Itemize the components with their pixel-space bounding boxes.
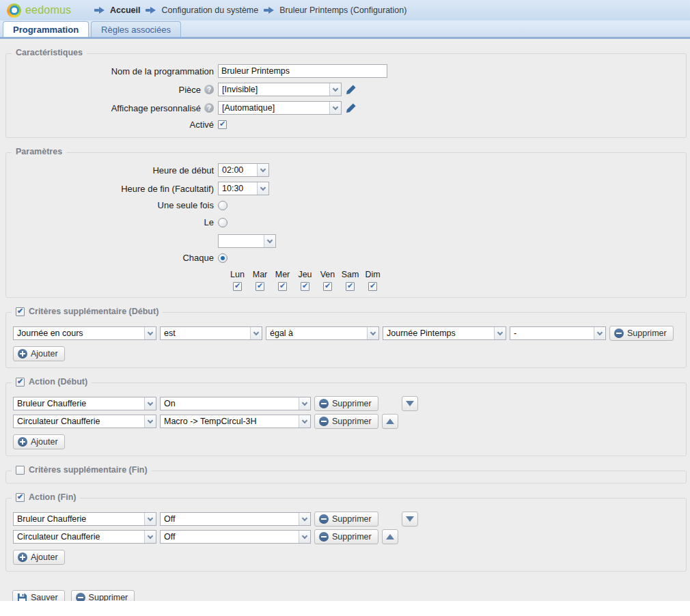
day-checkbox-mar[interactable] [256, 282, 264, 291]
enabled-checkbox[interactable] [218, 120, 227, 129]
delete-button-label: Supprimer [89, 593, 128, 601]
action-device-select[interactable]: Bruleur Chaufferie [13, 397, 156, 410]
chevron-down-icon [264, 235, 275, 247]
display-select-value: [Automatique] [222, 103, 275, 113]
help-icon[interactable]: ? [204, 103, 214, 113]
day-col: Mar [249, 270, 271, 291]
minus-circle-icon [319, 399, 329, 408]
once-label: Une seule fois [13, 200, 218, 210]
eedomus-logo[interactable]: eedomus [7, 3, 94, 18]
criteres-fin-checkbox[interactable] [16, 466, 25, 475]
day-col: Jeu [294, 270, 316, 291]
action-value-value: On [164, 399, 176, 408]
action-device-value: Circulateur Chaufferie [17, 417, 100, 426]
display-select[interactable]: [Automatique] [218, 101, 342, 115]
name-label: Nom de la programmation [13, 66, 218, 76]
day-checkbox-lun[interactable] [233, 282, 242, 291]
weekday-selector: Lun Mar Mer Jeu Ven [226, 270, 679, 291]
tab-programmation[interactable]: Programmation [3, 21, 89, 37]
section-action-debut-legend: Action (Début) [12, 377, 92, 387]
delete-action-button[interactable]: Supprimer [314, 414, 378, 429]
room-select[interactable]: [Invisible] [218, 83, 342, 96]
program-name-input[interactable] [218, 64, 387, 78]
enabled-label: Activé [13, 120, 218, 130]
minus-circle-icon [319, 532, 329, 542]
legend-text: Critères supplémentaire (Début) [29, 307, 158, 316]
action-device-select[interactable]: Bruleur Chaufferie [13, 512, 156, 526]
breadcrumb-current: Bruleur Printemps (Configuration) [279, 5, 406, 15]
action-device-select[interactable]: Circulateur Chaufferie [13, 415, 156, 428]
pencil-icon [346, 102, 357, 113]
display-label: Affichage personnalisé ? [13, 103, 218, 113]
on-date-label: Le [13, 217, 218, 227]
criteria-comparator-select[interactable]: égal à [266, 326, 379, 340]
day-checkbox-dim[interactable] [368, 282, 377, 291]
chevron-down-icon [299, 415, 310, 428]
breadcrumb-arrow-icon [94, 7, 105, 14]
section-caracteristiques: Caractéristiques Nom de la programmation… [5, 53, 687, 138]
action-device-select[interactable]: Circulateur Chaufferie [13, 530, 156, 544]
end-time-select[interactable]: 10:30 [218, 182, 269, 195]
add-action-button[interactable]: Ajouter [13, 434, 65, 449]
room-label: Pièce ? [13, 85, 218, 95]
section-criteres-debut: Critères supplémentaire (Début) Journée … [5, 312, 687, 368]
once-radio[interactable] [218, 201, 227, 210]
end-time-label: Heure de fin (Facultatif) [13, 184, 218, 194]
action-value-select[interactable]: Off [160, 512, 311, 526]
delete-criteria-button[interactable]: Supprimer [609, 326, 674, 341]
minus-circle-icon [76, 593, 85, 601]
criteres-debut-checkbox[interactable] [16, 307, 25, 316]
brand-name: eedomus [25, 4, 71, 16]
delete-action-button[interactable]: Supprimer [314, 512, 378, 527]
day-checkbox-ven[interactable] [323, 282, 332, 291]
chevron-down-icon [329, 102, 341, 114]
move-down-button[interactable] [402, 512, 418, 527]
every-radio[interactable] [218, 253, 227, 263]
start-time-select[interactable]: 02:00 [218, 163, 269, 177]
action-fin-checkbox[interactable] [16, 493, 25, 502]
header-bar: eedomus Accueil Configuration du système… [0, 0, 690, 20]
criteria-device-select[interactable]: Journée en cours [13, 326, 156, 340]
section-criteres-fin-legend: Critères supplémentaire (Fin) [12, 465, 152, 475]
criteria-operator-select[interactable]: est [160, 326, 262, 340]
legend-text: Action (Début) [29, 377, 87, 387]
action-value-select[interactable]: On [160, 397, 311, 410]
day-checkbox-mer[interactable] [278, 282, 287, 291]
chevron-down-icon [299, 513, 310, 525]
help-icon[interactable]: ? [204, 85, 214, 94]
on-date-radio[interactable] [218, 218, 227, 227]
plus-circle-icon [18, 437, 27, 447]
delete-action-button[interactable]: Supprimer [314, 396, 378, 411]
add-action-button[interactable]: Ajouter [13, 550, 65, 565]
tab-regles-associees[interactable]: Règles associées [91, 21, 181, 37]
action-value-value: Off [164, 532, 175, 542]
day-checkbox-jeu[interactable] [301, 282, 309, 291]
delete-program-button[interactable]: Supprimer [71, 590, 135, 601]
action-debut-checkbox[interactable] [16, 378, 25, 387]
action-value-select[interactable]: Off [160, 530, 311, 544]
delete-action-button[interactable]: Supprimer [314, 529, 378, 544]
move-up-button[interactable] [382, 414, 398, 429]
day-checkbox-sam[interactable] [346, 282, 355, 291]
room-select-value: [Invisible] [222, 85, 258, 94]
action-value-select[interactable]: Macro -> TempCircul-3H [160, 415, 311, 428]
action-device-value: Bruleur Chaufferie [17, 399, 86, 408]
move-up-button[interactable] [382, 529, 398, 544]
edit-room-button[interactable] [346, 84, 357, 95]
breadcrumb-accueil[interactable]: Accueil [110, 5, 140, 15]
action-device-value: Circulateur Chaufferie [17, 532, 100, 542]
minus-circle-icon [614, 328, 624, 338]
eedomus-logo-icon [7, 3, 21, 18]
action-row: Bruleur Chaufferie On Supprimer [13, 396, 679, 411]
floppy-disk-icon [17, 593, 27, 602]
edit-display-button[interactable] [346, 102, 357, 113]
day-label: Mer [275, 270, 290, 279]
save-button[interactable]: Sauver [12, 590, 65, 601]
move-down-button[interactable] [402, 396, 418, 411]
add-criteria-button[interactable]: Ajouter [13, 346, 65, 361]
arrow-down-icon [406, 516, 414, 522]
date-select[interactable] [218, 234, 276, 248]
criteria-value-select[interactable]: Journée Pintemps [383, 326, 506, 340]
breadcrumb-config-systeme[interactable]: Configuration du système [161, 5, 258, 15]
criteria-logic-select[interactable]: - [510, 326, 606, 340]
